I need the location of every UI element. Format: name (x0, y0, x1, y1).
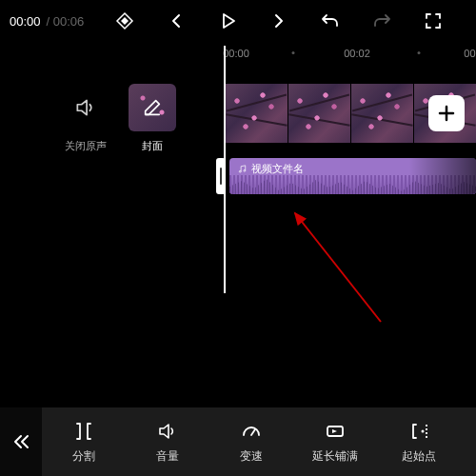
tool-label: 分割 (72, 448, 95, 465)
tool-speed[interactable]: 变速 (209, 420, 293, 465)
play-icon[interactable] (217, 10, 238, 31)
ruler-tick: 00:02 (344, 48, 370, 59)
prev-icon[interactable] (166, 10, 187, 31)
tool-volume[interactable]: 音量 (126, 420, 209, 465)
redo-icon (371, 10, 392, 31)
plus-icon (437, 104, 456, 123)
playhead[interactable] (224, 46, 226, 293)
tool-label: 延长铺满 (312, 448, 358, 465)
speed-icon (240, 420, 263, 443)
video-clip-thumbnail (226, 84, 288, 143)
svg-line-0 (295, 213, 381, 322)
tool-extend-fill[interactable]: 延长铺满 (293, 420, 377, 465)
video-clip-thumbnail (351, 84, 413, 143)
tool-delete[interactable]: 删 (461, 420, 476, 465)
ruler-tick: 00:00 (223, 48, 249, 59)
tool-split[interactable]: 分割 (42, 420, 126, 465)
tool-start-point[interactable]: 起始点 (377, 420, 461, 465)
audio-track[interactable]: 视频文件名 (229, 158, 476, 194)
undo-icon[interactable] (320, 10, 341, 31)
ruler-dot (418, 51, 421, 54)
playhead-total-time: / 00:06 (47, 14, 85, 29)
mute-label: 关闭原声 (65, 139, 107, 153)
volume-icon (156, 420, 179, 443)
edit-icon (142, 97, 163, 118)
tool-label: 起始点 (402, 448, 436, 465)
playhead-current-time: 00:00 (10, 14, 41, 29)
cover-label: 封面 (142, 139, 163, 153)
next-icon[interactable] (268, 10, 289, 31)
total-time-value: 00:06 (53, 14, 85, 29)
annotation-arrow (286, 208, 400, 331)
collapse-toolbar-button[interactable] (0, 407, 42, 476)
svg-point-2 (422, 429, 425, 432)
cover-edit-button[interactable]: 封面 (124, 84, 181, 153)
timeline-ruler[interactable]: 00:00 00:02 00:0 (0, 48, 476, 74)
audio-clip-label: 视频文件名 (251, 162, 304, 176)
fullscreen-icon[interactable] (423, 10, 444, 31)
add-clip-button[interactable] (428, 95, 465, 131)
music-note-icon (237, 164, 248, 174)
mute-original-audio-button[interactable]: 关闭原声 (57, 84, 114, 153)
speaker-icon (73, 95, 98, 120)
tool-label: 音量 (156, 448, 179, 465)
start-point-icon (407, 420, 430, 443)
extend-icon (324, 420, 347, 443)
video-clip-thumbnail (288, 84, 350, 143)
tool-label: 变速 (240, 448, 263, 465)
time-separator: / (47, 14, 53, 29)
keyframe-icon[interactable] (114, 10, 135, 31)
chevron-double-left-icon (10, 431, 31, 452)
ruler-dot (292, 51, 295, 54)
ruler-tick: 00:0 (464, 48, 476, 59)
split-icon (72, 420, 95, 443)
